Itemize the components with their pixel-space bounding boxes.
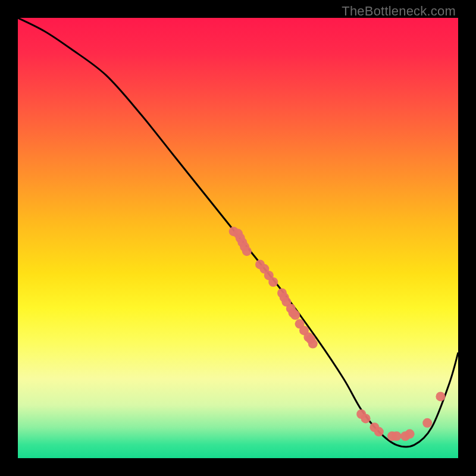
data-marker	[268, 277, 278, 287]
data-marker	[436, 392, 445, 401]
data-marker	[242, 246, 252, 256]
data-marker	[422, 418, 432, 428]
chart-frame: TheBottleneck.com	[0, 0, 476, 476]
plot-area	[18, 18, 458, 458]
data-marker	[308, 339, 318, 349]
data-marker	[374, 427, 384, 437]
chart-svg	[18, 18, 458, 458]
data-marker	[290, 311, 300, 320]
data-markers	[229, 227, 446, 441]
watermark-text: TheBottleneck.com	[342, 4, 456, 19]
data-marker	[361, 414, 371, 423]
data-marker	[392, 431, 401, 441]
data-marker	[405, 429, 415, 439]
